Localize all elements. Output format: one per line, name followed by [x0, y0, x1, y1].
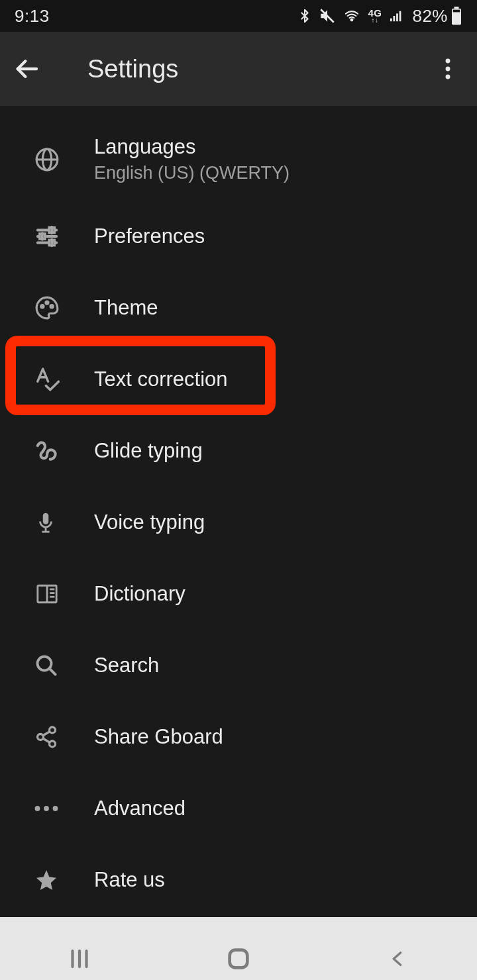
- svg-point-12: [446, 75, 450, 79]
- share-icon: [34, 725, 94, 749]
- svg-line-43: [43, 738, 50, 742]
- svg-point-26: [46, 301, 48, 304]
- page-title: Settings: [56, 55, 432, 83]
- svg-rect-6: [454, 7, 459, 9]
- wifi-icon: [343, 9, 361, 23]
- svg-point-45: [44, 806, 49, 811]
- svg-point-44: [35, 806, 40, 811]
- home-button[interactable]: [199, 939, 278, 979]
- settings-item-share-gboard[interactable]: Share Gboard: [0, 701, 477, 773]
- back-nav-button[interactable]: [358, 939, 437, 979]
- svg-point-25: [41, 305, 44, 308]
- settings-item-rate-us[interactable]: Rate us: [0, 844, 477, 916]
- svg-point-1: [351, 19, 353, 21]
- svg-point-10: [446, 59, 450, 64]
- settings-item-title: Dictionary: [94, 582, 186, 606]
- screen: 9:13 4G↑↓ 82% Settings: [0, 0, 477, 980]
- svg-rect-50: [230, 950, 248, 967]
- mute-icon: [319, 7, 336, 24]
- star-icon: [34, 868, 94, 892]
- signal-icon: [388, 9, 405, 23]
- settings-item-text-correction[interactable]: Text correction: [0, 344, 477, 415]
- back-button[interactable]: [13, 56, 56, 82]
- book-icon: [34, 583, 94, 605]
- globe-icon: [34, 147, 94, 172]
- palette-icon: [34, 295, 94, 320]
- app-bar: Settings: [0, 32, 477, 106]
- sliders-icon: [34, 224, 94, 249]
- settings-item-glide-typing[interactable]: Glide typing: [0, 415, 477, 487]
- svg-rect-4: [397, 13, 399, 21]
- status-bar: 9:13 4G↑↓ 82%: [0, 0, 477, 32]
- svg-point-39: [50, 727, 56, 733]
- svg-line-38: [50, 669, 56, 675]
- mic-icon: [34, 510, 94, 535]
- settings-item-advanced[interactable]: Advanced: [0, 773, 477, 844]
- svg-rect-3: [394, 16, 396, 21]
- svg-point-40: [38, 734, 44, 740]
- settings-item-title: Share Gboard: [94, 725, 223, 749]
- spellcheck-icon: [34, 367, 94, 392]
- gesture-icon: [34, 438, 94, 464]
- system-nav-bar: [0, 917, 477, 980]
- svg-rect-29: [43, 513, 49, 524]
- svg-line-42: [43, 732, 50, 736]
- home-icon: [225, 946, 252, 972]
- settings-item-title: Text correction: [94, 368, 228, 391]
- settings-item-search[interactable]: Search: [0, 630, 477, 701]
- bluetooth-icon: [297, 7, 312, 24]
- settings-item-title: Theme: [94, 296, 158, 320]
- chevron-left-icon: [388, 947, 407, 971]
- more-vert-icon: [445, 58, 450, 79]
- svg-point-11: [446, 67, 450, 72]
- settings-item-title: Search: [94, 654, 159, 677]
- settings-item-title: Glide typing: [94, 439, 203, 463]
- settings-item-languages[interactable]: Languages English (US) (QWERTY): [0, 106, 477, 201]
- svg-point-27: [50, 305, 53, 308]
- settings-item-title: Advanced: [94, 797, 186, 820]
- settings-item-preferences[interactable]: Preferences: [0, 201, 477, 272]
- more-horiz-icon: [34, 804, 94, 813]
- overflow-menu-button[interactable]: [432, 58, 464, 79]
- svg-rect-2: [390, 19, 392, 22]
- settings-item-subtitle: English (US) (QWERTY): [94, 163, 290, 183]
- arrow-back-icon: [13, 56, 40, 82]
- settings-item-title: Voice typing: [94, 511, 205, 534]
- svg-point-46: [53, 806, 58, 811]
- settings-item-title: Rate us: [94, 868, 165, 892]
- recents-icon: [68, 947, 91, 971]
- svg-rect-5: [399, 11, 401, 22]
- settings-list[interactable]: Languages English (US) (QWERTY) Preferen…: [0, 106, 477, 917]
- battery-percent: 82%: [412, 6, 448, 26]
- svg-point-41: [50, 741, 56, 747]
- recents-button[interactable]: [40, 939, 119, 979]
- settings-item-title: Preferences: [94, 224, 205, 248]
- settings-item-title: Languages: [94, 135, 290, 159]
- settings-item-dictionary[interactable]: Dictionary: [0, 558, 477, 630]
- svg-rect-8: [453, 10, 460, 13]
- status-icons: 4G↑↓ 82%: [297, 6, 462, 26]
- battery-icon: [450, 7, 462, 25]
- settings-item-voice-typing[interactable]: Voice typing: [0, 487, 477, 558]
- settings-item-theme[interactable]: Theme: [0, 272, 477, 344]
- network-4g-icon: 4G↑↓: [368, 9, 382, 24]
- search-icon: [34, 654, 94, 677]
- battery-indicator: 82%: [412, 6, 462, 26]
- status-time: 9:13: [15, 6, 50, 26]
